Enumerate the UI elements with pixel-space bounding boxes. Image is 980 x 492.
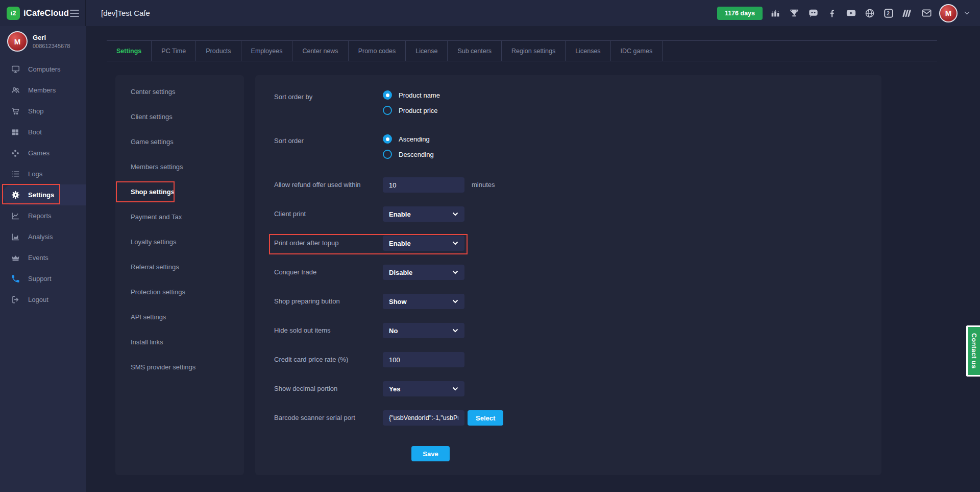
credit-card-rate-input[interactable] bbox=[383, 352, 464, 367]
chevron-down-icon bbox=[452, 387, 458, 391]
tab-center-news[interactable]: Center news bbox=[292, 41, 348, 61]
user-avatar[interactable]: M bbox=[939, 4, 958, 22]
radio-descending[interactable]: Descending bbox=[383, 150, 434, 159]
subnav-game-settings[interactable]: Game settings bbox=[115, 129, 244, 154]
tab-license[interactable]: License bbox=[406, 41, 448, 61]
layers-icon[interactable] bbox=[901, 7, 914, 19]
line-chart-icon bbox=[11, 211, 20, 221]
select-port-button[interactable]: Select bbox=[468, 410, 503, 426]
trophy-icon[interactable] bbox=[788, 7, 800, 19]
radio-ascending[interactable]: Ascending bbox=[383, 134, 434, 144]
save-button[interactable]: Save bbox=[411, 446, 449, 461]
sidebar-item-label: Boot bbox=[28, 128, 42, 136]
days-remaining-badge[interactable]: 1176 days bbox=[717, 7, 763, 20]
radio-product-price[interactable]: Product price bbox=[383, 106, 440, 115]
subnav-protection-settings[interactable]: Protection settings bbox=[115, 279, 244, 304]
select-value: No bbox=[389, 327, 398, 335]
field-label: Allow refund offer used within bbox=[274, 177, 383, 193]
chevron-down-icon bbox=[452, 212, 458, 216]
sidebar-item-games[interactable]: Games bbox=[0, 143, 86, 163]
tab-idc-games[interactable]: IDC games bbox=[611, 41, 663, 61]
user-avatar[interactable]: M bbox=[7, 31, 28, 52]
print-order-after-topup-select[interactable]: Enable bbox=[383, 236, 464, 251]
save-row: Save bbox=[274, 446, 587, 461]
select-value: Enable bbox=[389, 240, 411, 247]
radio-unselected-icon bbox=[383, 106, 392, 115]
select-value: Show bbox=[389, 298, 407, 306]
contact-us-tab[interactable]: Contact us bbox=[966, 325, 980, 377]
tab-promo-codes[interactable]: Promo codes bbox=[349, 41, 406, 61]
sidebar-item-reports[interactable]: Reports bbox=[0, 205, 86, 226]
sidebar-item-label: Members bbox=[28, 86, 56, 94]
tab-products[interactable]: Products bbox=[196, 41, 241, 61]
field-label: Print order after topup bbox=[274, 236, 383, 251]
ranking-icon[interactable] bbox=[769, 7, 781, 19]
radio-label: Descending bbox=[399, 151, 434, 158]
subnav-client-settings[interactable]: Client settings bbox=[115, 104, 244, 129]
subnav-sms-provider-settings[interactable]: SMS provider settings bbox=[115, 355, 244, 380]
cart-icon bbox=[11, 106, 20, 116]
computers-icon bbox=[11, 64, 20, 74]
sidebar-item-members[interactable]: Members bbox=[0, 80, 86, 101]
sidebar-item-logout[interactable]: Logout bbox=[0, 289, 86, 310]
radio-label: Ascending bbox=[399, 135, 430, 143]
subnav-install-links[interactable]: Install links bbox=[115, 330, 244, 355]
field-print-order-after-topup: Print order after topup Enable bbox=[274, 236, 587, 251]
sidebar-item-settings[interactable]: Settings bbox=[3, 184, 86, 205]
tab-sub-centers[interactable]: Sub centers bbox=[448, 41, 502, 61]
shop-preparing-button-select[interactable]: Show bbox=[383, 294, 464, 309]
sidebar-item-label: Analysis bbox=[28, 233, 53, 241]
radio-product-name[interactable]: Product name bbox=[383, 90, 440, 100]
field-sort-order: Sort order Ascending Descending bbox=[274, 133, 587, 159]
subnav-shop-settings[interactable]: Shop settings bbox=[115, 179, 244, 204]
chevron-down-icon[interactable] bbox=[964, 11, 970, 15]
subnav-center-settings[interactable]: Center settings bbox=[115, 79, 244, 104]
members-icon bbox=[11, 85, 20, 95]
tab-pc-time[interactable]: PC Time bbox=[152, 41, 196, 61]
gamepad-icon bbox=[11, 148, 20, 158]
tab-region-settings[interactable]: Region settings bbox=[502, 41, 566, 61]
field-show-decimal-portion: Show decimal portion Yes bbox=[274, 381, 587, 396]
brand: i2 iCafeCloud bbox=[0, 0, 86, 26]
field-hide-sold-out-items: Hide sold out items No bbox=[274, 323, 587, 338]
minutes-suffix: minutes bbox=[472, 177, 495, 193]
chevron-down-icon bbox=[452, 329, 458, 333]
sidebar-item-logs[interactable]: Logs bbox=[0, 163, 86, 184]
conquer-trade-select[interactable]: Disable bbox=[383, 265, 464, 280]
subnav-referral-settings[interactable]: Referral settings bbox=[115, 254, 244, 279]
show-decimal-portion-select[interactable]: Yes bbox=[383, 381, 464, 396]
sidebar-item-analysis[interactable]: Analysis bbox=[0, 226, 86, 247]
tab-employees[interactable]: Employees bbox=[241, 41, 293, 61]
sidebar-item-shop[interactable]: Shop bbox=[0, 101, 86, 122]
sidebar-item-computers[interactable]: Computers bbox=[0, 59, 86, 80]
sidebar-item-label: Reports bbox=[28, 212, 52, 220]
tab-licenses[interactable]: Licenses bbox=[566, 41, 610, 61]
facebook-icon[interactable] bbox=[826, 7, 838, 19]
globe-icon[interactable] bbox=[864, 7, 876, 19]
mail-icon[interactable] bbox=[920, 7, 933, 19]
discord-icon[interactable] bbox=[807, 7, 819, 19]
barcode-serial-port-input[interactable] bbox=[383, 410, 464, 426]
sidebar-item-boot[interactable]: Boot bbox=[0, 122, 86, 143]
chevron-down-icon bbox=[452, 299, 458, 303]
sidebar-menu: Computers Members Shop Boot Games Logs S… bbox=[0, 59, 86, 310]
sidebar-item-events[interactable]: Events bbox=[0, 247, 86, 268]
gear-icon bbox=[11, 190, 20, 200]
subnav-members-settings[interactable]: Members settings bbox=[115, 154, 244, 179]
refund-minutes-input[interactable] bbox=[383, 177, 464, 193]
client-print-select[interactable]: Enable bbox=[383, 206, 464, 222]
field-label: Credit card price rate (%) bbox=[274, 352, 383, 367]
sidebar-item-support[interactable]: Support bbox=[0, 268, 86, 289]
select-value: Enable bbox=[389, 210, 411, 218]
youtube-icon[interactable] bbox=[845, 7, 857, 19]
hamburger-menu-icon[interactable] bbox=[70, 10, 79, 17]
subnav-loyalty-settings[interactable]: Loyalty settings bbox=[115, 229, 244, 254]
user-profile: M Geri 008612345678 bbox=[0, 26, 86, 57]
field-label: Show decimal portion bbox=[274, 381, 383, 396]
subnav-payment-and-tax[interactable]: Payment and Tax bbox=[115, 204, 244, 229]
tab-settings[interactable]: Settings bbox=[107, 41, 152, 61]
hide-sold-out-items-select[interactable]: No bbox=[383, 323, 464, 338]
field-label: Sort order bbox=[274, 133, 383, 159]
subnav-api-settings[interactable]: API settings bbox=[115, 304, 244, 330]
icafecloud-mini-icon[interactable]: 2 bbox=[883, 7, 895, 19]
